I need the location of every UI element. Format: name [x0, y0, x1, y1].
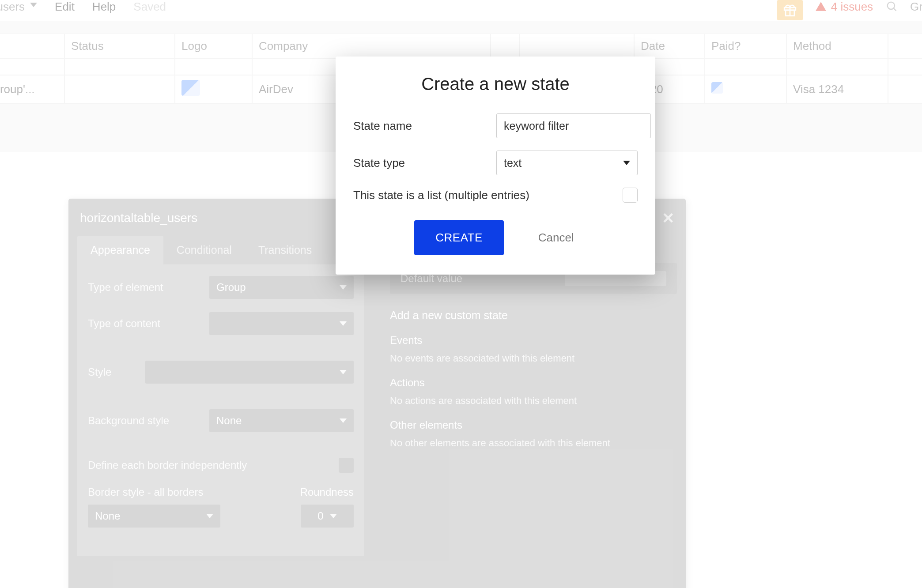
state-type-select[interactable]: text: [496, 151, 638, 175]
create-button[interactable]: CREATE: [414, 220, 504, 255]
select-type-of-element[interactable]: Group: [209, 276, 354, 299]
gift-button[interactable]: [777, 0, 803, 20]
col-method[interactable]: Method: [786, 34, 888, 58]
label-type-of-element: Type of element: [88, 281, 200, 294]
chevron-down-icon: [623, 161, 630, 165]
select-roundness[interactable]: 0: [301, 505, 354, 528]
issues-indicator[interactable]: 4 issues: [815, 0, 873, 14]
search-icon: [885, 0, 898, 12]
select-border-style[interactable]: None: [88, 505, 220, 528]
image-chip-icon: [711, 82, 723, 94]
page-name: _users: [0, 0, 25, 14]
col-4[interactable]: [491, 34, 519, 58]
close-icon[interactable]: ✕: [662, 209, 674, 227]
chevron-down-icon: [340, 418, 347, 423]
select-type-of-content[interactable]: [209, 312, 354, 335]
saved-status: Saved: [133, 0, 166, 14]
select-bg-style[interactable]: None: [209, 409, 354, 432]
cell-9[interactable]: [888, 75, 922, 104]
checkbox-define-border[interactable]: [339, 458, 354, 473]
label-is-list: This state is a list (multiple entries): [353, 188, 611, 202]
events-note: No events are associated with this eleme…: [390, 353, 677, 364]
chevron-down-icon: [340, 321, 347, 326]
label-define-border: Define each border independently: [88, 459, 256, 471]
col-logo[interactable]: Logo: [175, 34, 252, 58]
other-heading: Other elements: [390, 419, 677, 431]
col-company[interactable]: Company: [252, 34, 491, 58]
table-header-row: Status Logo Company Date Paid? Method: [0, 34, 922, 58]
label-state-name: State name: [353, 119, 485, 133]
label-bg-style: Background style: [88, 415, 200, 427]
menu-edit[interactable]: Edit: [55, 0, 75, 14]
svg-point-2: [888, 2, 895, 9]
tab-conditional[interactable]: Conditional: [163, 236, 245, 264]
gift-icon: [782, 3, 797, 18]
col-status[interactable]: Status: [64, 34, 175, 58]
select-style[interactable]: [145, 361, 354, 384]
create-state-modal: Create a new state State name State type…: [336, 57, 655, 275]
search-button[interactable]: [885, 0, 898, 15]
tab-transitions[interactable]: Transitions: [245, 236, 325, 264]
cell-status[interactable]: [64, 75, 175, 104]
label-roundness: Roundness: [300, 486, 354, 498]
label-state-type: State type: [353, 156, 485, 170]
cell-logo[interactable]: [175, 75, 252, 104]
page-dropdown[interactable]: _users: [0, 0, 37, 14]
chevron-down-icon: [340, 285, 347, 290]
tab-appearance[interactable]: Appearance: [77, 236, 163, 264]
col-5[interactable]: [519, 34, 634, 58]
chevron-down-icon: [330, 514, 337, 518]
col-paid[interactable]: Paid?: [705, 34, 786, 58]
state-name-input[interactable]: [496, 113, 651, 138]
modal-title: Create a new state: [353, 74, 638, 94]
actions-note: No actions are associated with this elem…: [390, 395, 677, 407]
label-style: Style: [88, 366, 136, 378]
warning-icon: [815, 1, 827, 12]
col-date[interactable]: Date: [634, 34, 705, 58]
events-heading: Events: [390, 334, 677, 347]
label-border-style: Border style - all borders: [88, 486, 220, 498]
cell-paid[interactable]: [705, 75, 786, 104]
menu-help[interactable]: Help: [92, 0, 116, 14]
state-type-value: text: [504, 157, 521, 170]
grid-label-truncated[interactable]: Gr: [910, 0, 922, 14]
image-chip-icon: [181, 80, 200, 96]
cell-method[interactable]: Visa 1234: [786, 75, 888, 104]
actions-heading: Actions: [390, 377, 677, 389]
add-custom-state-link[interactable]: Add a new custom state: [390, 309, 677, 322]
col-0[interactable]: [0, 34, 64, 58]
label-type-of-content: Type of content: [88, 317, 200, 330]
topbar: _users Edit Help Saved 4 issues: [0, 0, 922, 21]
col-9[interactable]: [888, 34, 922, 58]
chevron-down-icon: [340, 370, 347, 374]
chevron-down-icon: [30, 3, 37, 7]
issues-count: 4 issues: [831, 0, 873, 14]
cancel-button[interactable]: Cancel: [536, 230, 577, 245]
chevron-down-icon: [206, 514, 213, 518]
editor-tabs: Appearance Conditional Transitions: [77, 236, 364, 264]
cell-0[interactable]: t group'...: [0, 75, 64, 104]
other-note: No other elements are associated with th…: [390, 437, 677, 449]
is-list-checkbox[interactable]: [623, 188, 638, 203]
